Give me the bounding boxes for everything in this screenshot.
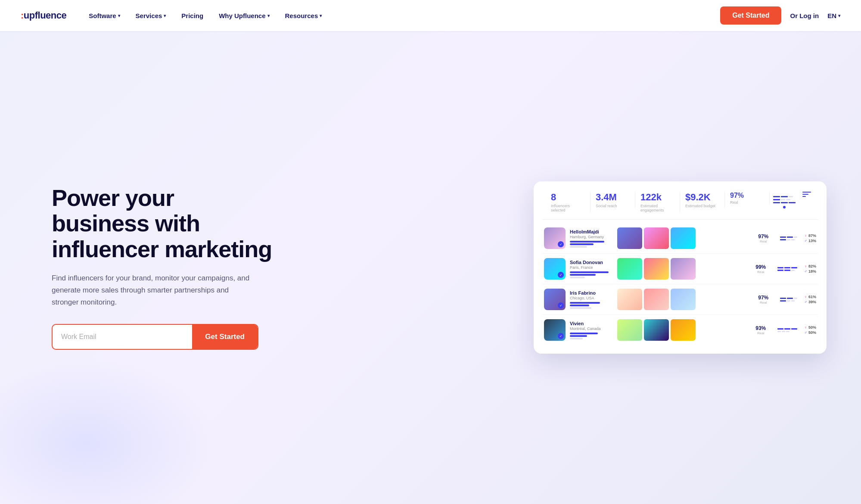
stat-budget-value: $9.2K [685,192,719,203]
influencer-photos [617,258,746,280]
nav-item-why-upfluence[interactable]: Why Upfluence ▾ [212,9,276,23]
navigation: :upfluence Software ▾ Services ▾ Pricing… [0,0,861,31]
stat-bar [570,305,589,306]
influencer-score: 97% Real [753,233,773,243]
male-pct: 39% [808,300,816,304]
female-pct: 87% [808,233,816,238]
influencer-list: ✓ HelloImMajdi Hamburg, Germany [542,223,818,345]
influencer-avatar: ✓ [544,319,566,341]
sort-icon [799,192,814,197]
stat-reach: 3.4M Social reach [591,192,635,208]
filter-bar-row [773,199,796,200]
chevron-down-icon: ▾ [118,13,120,18]
influencer-photos [617,319,746,341]
score-label: Real [753,240,773,243]
stat-budget: $9.2K Estimated budget [680,192,725,208]
score-value: 97% [753,295,773,301]
nav-get-started-button[interactable]: Get Started [720,6,781,25]
influencer-location: Hamburg, Germany [570,235,613,239]
stat-bar [570,333,598,334]
stat-score-label: Real [730,200,764,205]
work-email-input[interactable] [53,325,192,349]
female-pct: 50% [808,325,816,330]
influencer-photo [644,319,669,341]
gender-stats: ♀ 50% ♂ 50% [804,325,816,335]
filter-bar [773,196,780,197]
mini-bars-group [775,267,800,271]
influencer-photos [617,227,749,249]
influencer-bars [570,241,613,248]
hero-get-started-button[interactable]: Get Started [192,325,258,349]
stat-influencers-label: Influencers selected [551,204,585,212]
check-icon: ✓ [558,241,564,247]
male-icon: ♂ [804,269,807,274]
nav-item-software[interactable]: Software ▾ [82,9,127,23]
influencer-name: Iris Fabrino [570,290,613,296]
male-icon: ♂ [804,330,807,335]
check-icon: ✓ [558,333,564,339]
stat-engagements: 122k Estimated engagements [635,192,680,212]
score-label: Real [753,301,773,305]
mini-bars-group [777,236,800,240]
influencer-avatar: ✓ [544,258,566,280]
influencer-row: ✓ Sofia Donovan Paris, France [542,254,818,284]
influencer-bars [570,302,613,309]
score-value: 99% [751,264,771,270]
gender-stats: ♀ 82% ♂ 18% [804,264,816,274]
influencer-info: Iris Fabrino Chicago, USA [570,290,613,309]
influencer-photo [671,227,696,249]
gender-stats: ♀ 87% ♂ 13% [804,233,816,243]
influencer-bars [570,333,613,339]
logo-text: :upfluence [21,10,66,21]
influencer-row: ✓ Iris Fabrino Chicago, USA [542,284,818,315]
filter-bar-row [773,196,796,197]
stat-influencers: 8 Influencers selected [546,192,591,212]
stat-reach-label: Social reach [596,204,630,208]
filter-bars [770,196,799,208]
influencer-row: ✓ Vivien Montréal, Canada [542,315,818,345]
stat-bar [570,338,583,339]
filter-bar [781,202,788,203]
female-pct: 61% [808,295,816,299]
female-icon: ♀ [804,264,807,268]
stat-bar [570,246,587,248]
hero-section: Power your business with influencer mark… [0,31,861,504]
influencer-location: Montréal, Canada [570,327,613,331]
female-stat: ♀ 61% [804,295,816,299]
male-pct: 18% [808,269,816,274]
female-stat: ♀ 87% [804,233,816,238]
mini-bars-group [775,328,800,332]
male-pct: 50% [808,330,816,335]
influencer-name: Sofia Donovan [570,260,613,265]
influencer-row: ✓ HelloImMajdi Hamburg, Germany [542,223,818,254]
nav-item-services[interactable]: Services ▾ [129,9,173,23]
influencer-avatar: ✓ [544,289,566,310]
male-stat: ♂ 50% [804,330,816,335]
logo[interactable]: :upfluence [21,10,66,21]
female-stat: ♀ 50% [804,325,816,330]
influencer-name: HelloImMajdi [570,229,613,234]
score-label: Real [751,331,771,335]
nav-item-pricing[interactable]: Pricing [174,9,210,23]
influencer-photo [617,289,642,310]
stat-bar [570,307,591,309]
stat-bar [570,243,594,245]
influencer-score: 97% Real [753,295,773,305]
nav-login-link[interactable]: Or Log in [790,12,819,19]
male-stat: ♂ 18% [804,269,816,274]
male-stat: ♂ 39% [804,300,816,304]
nav-right: Get Started Or Log in EN ▾ [720,6,840,25]
stat-budget-label: Estimated budget [685,204,719,208]
nav-item-resources[interactable]: Resources ▾ [278,9,329,23]
stat-bar [570,274,596,276]
hero-subtext: Find influencers for your brand, monitor… [52,272,250,308]
filter-bar [781,199,785,200]
male-icon: ♂ [804,300,807,304]
influencer-location: Paris, France [570,265,613,270]
nav-language-selector[interactable]: EN ▾ [827,12,840,19]
influencer-name: Vivien [570,321,613,326]
influencer-photo [617,227,642,249]
stat-score-summary: 97% Real [725,192,770,205]
stat-engagements-label: Estimated engagements [640,204,675,212]
male-pct: 13% [808,239,816,243]
